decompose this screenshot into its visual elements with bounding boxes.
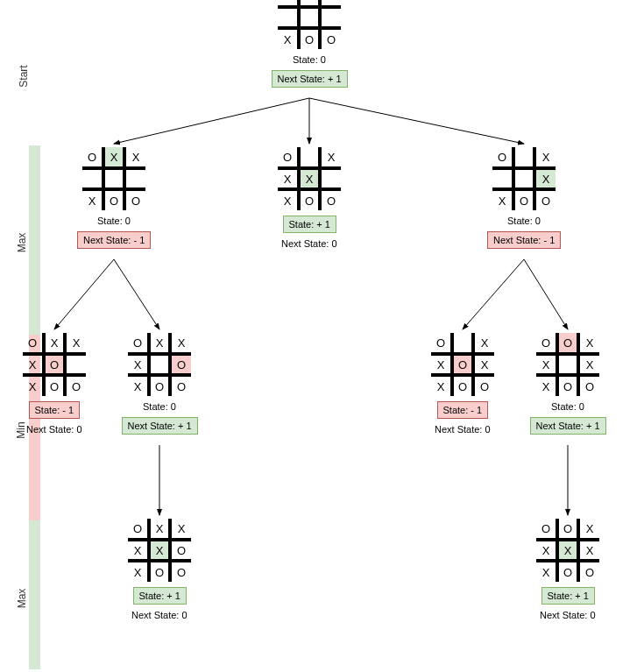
tree-edge bbox=[114, 259, 159, 329]
board-cell: X bbox=[170, 519, 191, 540]
board-cell: O bbox=[320, 189, 341, 210]
board-cell: O bbox=[578, 561, 599, 582]
board-cell bbox=[320, 7, 341, 28]
board-cell: X bbox=[578, 354, 599, 375]
board-cell: X bbox=[320, 0, 341, 7]
board-n3: OXXOXXOO bbox=[431, 333, 494, 396]
board-m1: OXXXOO bbox=[82, 147, 145, 210]
board-cell bbox=[492, 168, 513, 189]
board-cell bbox=[557, 354, 578, 375]
state-label: State: 0 bbox=[293, 54, 326, 65]
board-cell: O bbox=[473, 375, 494, 396]
board-cell: O bbox=[536, 519, 557, 540]
board-cell: X bbox=[278, 28, 299, 49]
board-cell bbox=[124, 168, 145, 189]
board-cell: O bbox=[557, 333, 578, 354]
next-state-label: Next State: + 1 bbox=[272, 70, 348, 88]
board-cell: O bbox=[299, 28, 320, 49]
board-cell: O bbox=[557, 561, 578, 582]
board-cell: X bbox=[278, 189, 299, 210]
level-label-max1: Max bbox=[16, 233, 28, 253]
next-state-label: Next State: + 1 bbox=[530, 417, 606, 435]
board-cell: O bbox=[299, 189, 320, 210]
board-cell: O bbox=[170, 561, 191, 582]
board-cell: X bbox=[128, 354, 149, 375]
band-start bbox=[29, 5, 40, 145]
board-cell: X bbox=[128, 540, 149, 561]
board-cell: X bbox=[431, 375, 452, 396]
level-label-start: Start bbox=[18, 65, 30, 87]
board-cell: X bbox=[278, 168, 299, 189]
board-cell: X bbox=[128, 375, 149, 396]
board-cell: X bbox=[578, 540, 599, 561]
board-cell: O bbox=[103, 189, 124, 210]
board-cell: X bbox=[534, 168, 556, 189]
board-cell: X bbox=[536, 540, 557, 561]
next-state-label: Next State: 0 bbox=[281, 238, 337, 249]
board-cell: X bbox=[170, 333, 191, 354]
state-label: State: 0 bbox=[551, 401, 584, 412]
board-cell: O bbox=[513, 189, 534, 210]
board-cell: O bbox=[534, 189, 556, 210]
board-cell: O bbox=[431, 333, 452, 354]
board-cell: X bbox=[431, 354, 452, 375]
board-m2: OXXXXOO bbox=[278, 147, 341, 210]
board-root: OXXOO bbox=[278, 0, 341, 49]
board-cell bbox=[278, 7, 299, 28]
board-cell bbox=[299, 0, 320, 7]
board-cell: O bbox=[170, 375, 191, 396]
board-cell: X bbox=[534, 147, 556, 168]
board-cell: O bbox=[128, 519, 149, 540]
state-label: State: 0 bbox=[97, 216, 131, 226]
board-cell: O bbox=[557, 375, 578, 396]
board-cell: X bbox=[578, 519, 599, 540]
next-state-label: Next State: 0 bbox=[131, 610, 188, 620]
next-state-label: Next State: 0 bbox=[435, 424, 491, 435]
board-cell: X bbox=[320, 147, 341, 168]
board-cell: X bbox=[473, 333, 494, 354]
next-state-label: Next State: + 1 bbox=[122, 417, 198, 435]
board-cell bbox=[513, 168, 534, 189]
tree-edge bbox=[309, 98, 524, 144]
level-label-min: Min bbox=[15, 421, 27, 438]
board-cell: X bbox=[149, 519, 170, 540]
tree-edge bbox=[54, 259, 114, 329]
state-label: State: + 1 bbox=[133, 587, 187, 605]
state-label: State: 0 bbox=[507, 216, 541, 226]
board-cell: X bbox=[65, 333, 86, 354]
band-max2 bbox=[29, 520, 40, 669]
board-cell bbox=[82, 168, 103, 189]
board-cell: O bbox=[578, 375, 599, 396]
next-state-label: Next State: - 1 bbox=[487, 231, 561, 249]
board-cell: O bbox=[128, 333, 149, 354]
board-cell: X bbox=[492, 189, 513, 210]
board-cell: O bbox=[557, 519, 578, 540]
board-cell: X bbox=[299, 168, 320, 189]
board-cell: X bbox=[536, 375, 557, 396]
board-cell bbox=[149, 354, 170, 375]
state-label: State: + 1 bbox=[541, 587, 595, 605]
board-cell: X bbox=[536, 354, 557, 375]
board-cell: O bbox=[492, 147, 513, 168]
board-cell: O bbox=[278, 0, 299, 7]
board-cell: X bbox=[578, 333, 599, 354]
board-cell: O bbox=[452, 375, 473, 396]
board-cell bbox=[452, 333, 473, 354]
board-cell: X bbox=[536, 561, 557, 582]
board-p2: OOXXXXXOO bbox=[536, 519, 599, 582]
board-cell: O bbox=[536, 333, 557, 354]
board-cell: O bbox=[44, 375, 65, 396]
tree-edge bbox=[463, 259, 524, 329]
board-cell: O bbox=[44, 354, 65, 375]
board-cell: X bbox=[128, 561, 149, 582]
next-state-label: Next State: - 1 bbox=[77, 231, 151, 249]
board-cell bbox=[513, 147, 534, 168]
board-cell bbox=[65, 354, 86, 375]
board-n2: OXXXOXOO bbox=[128, 333, 191, 396]
board-cell: O bbox=[170, 540, 191, 561]
tree-edge bbox=[524, 259, 568, 329]
board-cell: X bbox=[23, 354, 44, 375]
state-label: State: + 1 bbox=[283, 216, 336, 233]
tree-edge bbox=[114, 98, 309, 144]
board-cell: X bbox=[149, 333, 170, 354]
